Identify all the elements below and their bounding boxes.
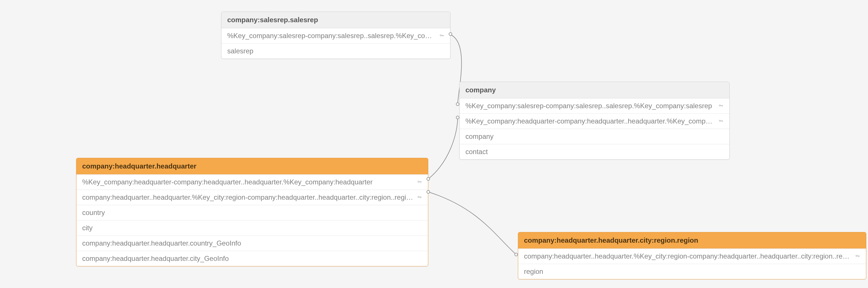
field-row[interactable]: %Key_company:salesrep-company:salesrep..… xyxy=(460,98,729,114)
field-label: city xyxy=(82,224,422,232)
connector-port[interactable] xyxy=(515,253,518,256)
field-label: company:headquarter.headquarter.city_Geo… xyxy=(82,255,422,263)
node-title: company xyxy=(465,86,496,94)
field-label: company:headquarter..headquarter.%Key_ci… xyxy=(524,252,852,260)
field-row[interactable]: %Key_company:headquarter-company:headqua… xyxy=(76,175,428,190)
diagram-canvas[interactable]: company:salesrep.salesrep %Key_company:s… xyxy=(0,0,868,288)
node-header[interactable]: company:headquarter.headquarter xyxy=(76,158,428,175)
field-label: %Key_company:salesrep-company:salesrep..… xyxy=(227,32,436,40)
connector-port[interactable] xyxy=(449,32,452,36)
field-label: company xyxy=(465,133,723,141)
field-row[interactable]: salesrep xyxy=(221,44,450,59)
field-label: contact xyxy=(465,148,723,156)
key-icon xyxy=(855,254,860,259)
field-row[interactable]: contact xyxy=(460,144,729,159)
field-row[interactable]: company:headquarter..headquarter.%Key_ci… xyxy=(76,190,428,205)
table-node-region[interactable]: company:headquarter.headquarter.city:reg… xyxy=(518,232,866,279)
connector-port[interactable] xyxy=(427,177,430,181)
field-row[interactable]: company:headquarter.headquarter.country_… xyxy=(76,236,428,251)
node-title: company:salesrep.salesrep xyxy=(227,16,318,24)
field-label: %Key_company:salesrep-company:salesrep..… xyxy=(465,102,715,110)
field-row[interactable]: region xyxy=(518,264,866,279)
connector-port[interactable] xyxy=(427,190,430,194)
key-icon xyxy=(417,179,422,185)
field-row[interactable]: %Key_company:headquarter-company:headqua… xyxy=(460,114,729,129)
table-node-company[interactable]: company %Key_company:salesrep-company:sa… xyxy=(459,82,730,160)
field-row[interactable]: company:headquarter..headquarter.%Key_ci… xyxy=(518,249,866,264)
connector-port[interactable] xyxy=(456,103,459,106)
key-icon xyxy=(718,119,723,124)
table-node-headquarter[interactable]: company:headquarter.headquarter %Key_com… xyxy=(76,158,428,266)
node-header[interactable]: company:salesrep.salesrep xyxy=(221,12,450,28)
field-row[interactable]: city xyxy=(76,221,428,236)
node-header[interactable]: company:headquarter.headquarter.city:reg… xyxy=(518,232,866,249)
node-header[interactable]: company xyxy=(460,82,729,98)
field-label: company:headquarter..headquarter.%Key_ci… xyxy=(82,193,414,201)
field-row[interactable]: company xyxy=(460,129,729,144)
field-label: company:headquarter.headquarter.country_… xyxy=(82,239,422,247)
key-icon xyxy=(417,195,422,200)
field-label: country xyxy=(82,209,422,217)
field-label: %Key_company:headquarter-company:headqua… xyxy=(465,117,715,125)
key-icon xyxy=(439,33,444,38)
field-label: region xyxy=(524,267,860,276)
field-row[interactable]: company:headquarter.headquarter.city_Geo… xyxy=(76,251,428,266)
table-node-salesrep[interactable]: company:salesrep.salesrep %Key_company:s… xyxy=(221,11,451,59)
field-row[interactable]: country xyxy=(76,205,428,221)
field-row[interactable]: %Key_company:salesrep-company:salesrep..… xyxy=(221,28,450,44)
field-label: %Key_company:headquarter-company:headqua… xyxy=(82,178,414,186)
node-title: company:headquarter.headquarter xyxy=(82,162,196,170)
key-icon xyxy=(718,103,723,109)
node-title: company:headquarter.headquarter.city:reg… xyxy=(524,236,698,244)
field-label: salesrep xyxy=(227,47,444,55)
connector-port[interactable] xyxy=(456,116,459,119)
